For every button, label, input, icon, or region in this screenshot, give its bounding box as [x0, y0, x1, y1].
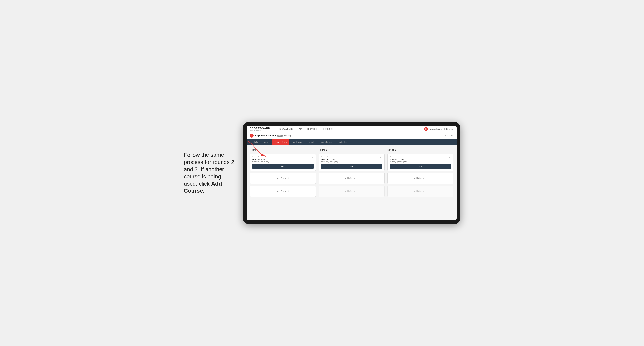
remove-course-button[interactable]: ○: [310, 156, 314, 159]
tab-printables[interactable]: Printables: [335, 139, 349, 146]
scoreboard-logo: SCOREBOARD Powered by clippd: [250, 127, 270, 131]
course-name-r3: Peachtree GC: [390, 158, 407, 161]
remove-course-button-r3[interactable]: ○: [448, 156, 451, 159]
add-course-text-2: Add Course +: [276, 190, 289, 193]
nav-tournaments[interactable]: TOURNAMENTS: [278, 128, 292, 130]
course-info-r2: (Course A) Peachtree GC Yellow (M) (6629…: [321, 156, 338, 164]
course-detail-r2: Yellow (M) (6629 yds): [321, 161, 338, 163]
remove-icon-r3: ○: [449, 157, 450, 159]
round-3-title: Round 3: [387, 149, 454, 151]
tab-tee-groups[interactable]: Tee Groups: [290, 139, 305, 146]
course-name: Peachtree GC: [252, 158, 269, 161]
tab-teams[interactable]: Teams: [260, 139, 272, 146]
tab-course-setup[interactable]: Course Setup: [272, 139, 290, 146]
add-course-text-r3: Add Course +: [414, 177, 427, 179]
course-name-r2: Peachtree GC: [321, 158, 338, 161]
instruction-bold: Add Course.: [184, 180, 222, 194]
round-3-column: Round 3 (Course A) Peachtree GC Yellow (…: [387, 149, 454, 197]
cancel-label: Cancel: [446, 135, 452, 137]
tab-leaderboards[interactable]: Leaderboards: [317, 139, 335, 146]
sign-out-link[interactable]: Sign out: [446, 128, 454, 130]
add-course-card-2a[interactable]: Add Course +: [319, 173, 385, 184]
plus-icon-r3b: +: [426, 190, 427, 193]
tab-bar: Details Teams Course Setup Tee Groups Re…: [246, 139, 457, 146]
round-2-title: Round 2: [319, 149, 385, 151]
page-wrapper: Follow the same process for rounds 2 and…: [184, 122, 460, 224]
tab-results[interactable]: Results: [305, 139, 317, 146]
round-3-course-card: (Course A) Peachtree GC Yellow (M) (6629…: [387, 154, 454, 171]
nav-committee[interactable]: COMMITTEE: [307, 128, 319, 130]
instruction-block: Follow the same process for rounds 2 and…: [184, 152, 235, 194]
hosting-badge: Hosting: [284, 135, 291, 137]
remove-icon: ○: [312, 157, 312, 159]
main-content: Round 1 (Course A) Peachtree GC Yellow (…: [246, 146, 457, 220]
course-label-r3: (Course A): [390, 156, 407, 158]
top-nav-right: B blair@clippd.io | Sign out: [424, 127, 454, 131]
logo-sub-text: Powered by clippd: [250, 130, 270, 131]
round-1-course-card: (Course A) Peachtree GC Yellow (M) (6629…: [250, 154, 316, 171]
add-course-text-r3b: Add Course +: [414, 190, 427, 193]
user-email: blair@clippd.io: [430, 128, 443, 130]
card-header-r3: (Course A) Peachtree GC Yellow (M) (6629…: [390, 156, 451, 164]
course-info: (Course A) Peachtree GC Yellow (M) (6629…: [252, 156, 269, 164]
plus-icon-2: +: [288, 190, 289, 193]
tab-details[interactable]: Details: [249, 139, 260, 146]
course-info-r3: (Course A) Peachtree GC Yellow (M) (6629…: [390, 156, 407, 164]
tournament-info: C Clippd Invitational Men Hosting: [250, 134, 290, 138]
round-1-column: Round 1 (Course A) Peachtree GC Yellow (…: [250, 149, 316, 197]
add-course-text: Add Course +: [276, 177, 289, 179]
remove-course-button-r2[interactable]: ○: [379, 156, 382, 159]
cancel-icon: ×: [452, 135, 454, 137]
nav-rankings[interactable]: RANKINGS: [323, 128, 333, 130]
sub-header: C Clippd Invitational Men Hosting Cancel…: [246, 133, 457, 139]
user-avatar: B: [424, 127, 428, 131]
plus-icon-r2b: +: [356, 190, 358, 193]
nav-teams[interactable]: TEAMS: [296, 128, 303, 130]
course-label: (Course A): [252, 156, 269, 158]
add-course-card-3b: Add Course +: [387, 186, 454, 197]
add-course-text-r2: Add Course +: [345, 177, 358, 179]
edit-course-button-r3[interactable]: Edit: [390, 164, 451, 169]
tournament-name: Clippd Invitational: [255, 134, 276, 137]
logo-main-text: SCOREBOARD: [250, 127, 270, 130]
card-header-r2: (Course A) Peachtree GC Yellow (M) (6629…: [321, 156, 382, 164]
plus-icon: +: [288, 177, 289, 179]
add-course-card-3a[interactable]: Add Course +: [387, 173, 454, 184]
card-header: (Course A) Peachtree GC Yellow (M) (6629…: [252, 156, 314, 164]
c-logo: C: [250, 134, 254, 138]
course-detail-r3: Yellow (M) (6629 yds): [390, 161, 407, 163]
tablet-frame: SCOREBOARD Powered by clippd TOURNAMENTS…: [243, 122, 460, 224]
tablet-screen: SCOREBOARD Powered by clippd TOURNAMENTS…: [246, 126, 457, 220]
round-1-title: Round 1: [250, 149, 316, 151]
tournament-gender-badge: Men: [278, 135, 282, 137]
add-course-text-r2b: Add Course +: [345, 190, 358, 193]
cancel-button[interactable]: Cancel ×: [446, 135, 454, 137]
course-label-r2: (Course A): [321, 156, 338, 158]
add-course-card-2b: Add Course +: [319, 186, 385, 197]
round-2-column: Round 2 (Course A) Peachtree GC Yellow (…: [319, 149, 385, 197]
edit-course-button[interactable]: Edit: [252, 164, 314, 169]
remove-icon-r2: ○: [380, 157, 382, 159]
plus-icon-r3: +: [426, 177, 427, 179]
rounds-grid: Round 1 (Course A) Peachtree GC Yellow (…: [250, 149, 454, 197]
top-nav-links: TOURNAMENTS TEAMS COMMITTEE RANKINGS: [278, 128, 419, 130]
add-course-card-1b[interactable]: Add Course +: [250, 186, 316, 197]
plus-icon-r2: +: [356, 177, 358, 179]
top-nav: SCOREBOARD Powered by clippd TOURNAMENTS…: [246, 126, 457, 133]
add-course-card-1a[interactable]: Add Course +: [250, 173, 316, 184]
round-2-course-card: (Course A) Peachtree GC Yellow (M) (6629…: [319, 154, 385, 171]
edit-course-button-r2[interactable]: Edit: [321, 164, 382, 169]
separator: |: [444, 128, 445, 130]
course-detail: Yellow (M) (6629 yds): [252, 161, 269, 163]
